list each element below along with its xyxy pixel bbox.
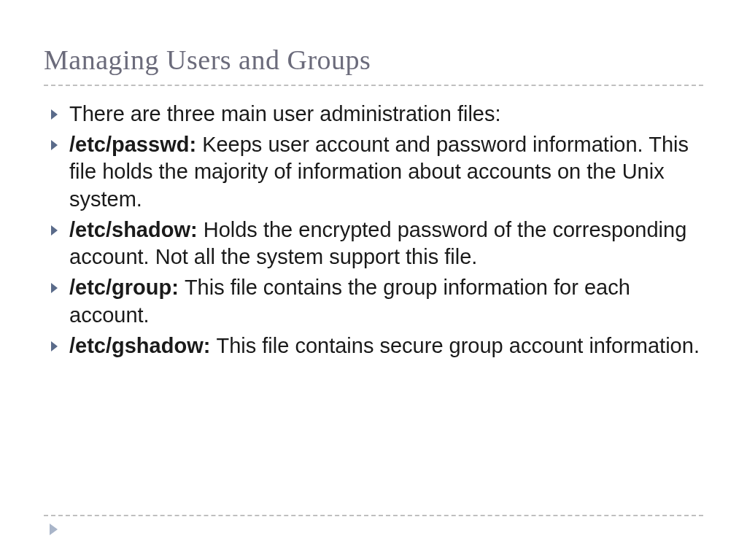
bullet-label: /etc/passwd: <box>69 133 202 156</box>
footer-triangle-icon <box>50 524 58 535</box>
bullet-item: /etc/gshadow: This file contains secure … <box>51 332 703 360</box>
bullet-text: /etc/shadow: Holds the encrypted passwor… <box>69 217 703 271</box>
bullet-triangle-icon <box>51 283 58 293</box>
slide-content: There are three main user administration… <box>44 101 703 359</box>
slide-title: Managing Users and Groups <box>44 44 703 76</box>
bullet-text: /etc/group: This file contains the group… <box>69 274 703 329</box>
bullet-item: There are three main user administration… <box>51 101 703 128</box>
bullet-label: /etc/group: <box>69 276 185 299</box>
bullet-triangle-icon <box>51 341 58 351</box>
bullet-item: /etc/group: This file contains the group… <box>51 274 703 329</box>
footer-divider <box>44 515 703 516</box>
bullet-label: /etc/gshadow: <box>69 334 216 357</box>
bullet-label: /etc/shadow: <box>69 218 204 241</box>
bullet-body: There are three main user administration… <box>69 102 501 125</box>
bullet-item: /etc/shadow: Holds the encrypted passwor… <box>51 217 703 271</box>
bullet-triangle-icon <box>51 140 58 150</box>
bullet-text: There are three main user administration… <box>69 101 501 128</box>
bullet-text: /etc/passwd: Keeps user account and pass… <box>69 131 703 214</box>
title-divider <box>44 85 703 86</box>
bullet-triangle-icon <box>51 225 58 236</box>
bullet-body: This file contains secure group account … <box>216 334 700 357</box>
bullet-triangle-icon <box>51 109 58 120</box>
bullet-text: /etc/gshadow: This file contains secure … <box>69 332 700 360</box>
bullet-item: /etc/passwd: Keeps user account and pass… <box>51 131 703 214</box>
